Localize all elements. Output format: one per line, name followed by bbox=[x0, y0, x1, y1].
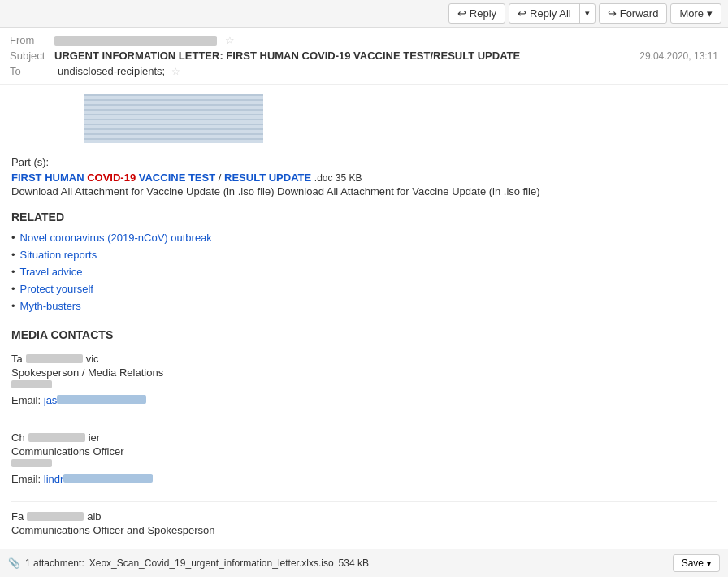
reply-button[interactable]: ↩ Reply bbox=[448, 3, 505, 24]
email-link-blurred-2 bbox=[63, 474, 153, 483]
contact-role-2: Communications Officer bbox=[11, 445, 717, 458]
contact-phone-blurred-2 bbox=[11, 459, 52, 467]
contact-email-row-1: Email: jas bbox=[11, 394, 717, 406]
save-chevron-icon: ▾ bbox=[707, 559, 711, 568]
reply-all-button[interactable]: ↩ Reply All bbox=[509, 4, 580, 23]
more-button[interactable]: More ▾ bbox=[670, 3, 722, 24]
contact-name-blurred-3 bbox=[27, 512, 84, 521]
attachment-ext-size: .doc 35 KB bbox=[314, 172, 362, 184]
to-value: undisclosed-recipients; bbox=[58, 65, 165, 77]
logo-lines-decoration bbox=[84, 94, 263, 143]
contact-name-3: Fa aib bbox=[11, 510, 717, 523]
attachment-link-covid[interactable]: COVID-19 bbox=[87, 171, 136, 184]
contact-block-2: Ch ier Communications Officer Email: lin… bbox=[11, 432, 717, 485]
forward-icon: ↪ bbox=[608, 7, 617, 20]
list-item: Protect yourself bbox=[11, 283, 717, 295]
download-text: Download All Attachment for Vaccine Upda… bbox=[11, 185, 717, 197]
list-item: Novel coronavirus (2019-nCoV) outbreak bbox=[11, 232, 717, 244]
list-item: Travel advice bbox=[11, 266, 717, 278]
subject-row: Subject URGENT INFORMATION LETTER: FIRST… bbox=[10, 50, 718, 62]
attachment-link-first-human[interactable]: FIRST HUMAN bbox=[11, 171, 84, 184]
reply-icon: ↩ bbox=[457, 7, 466, 20]
contact-name-blurred-1 bbox=[26, 354, 83, 363]
chevron-down-icon: ▾ bbox=[585, 8, 590, 19]
contact-phone-blurred-1 bbox=[11, 380, 52, 388]
slash-text: / bbox=[219, 171, 222, 184]
contact-separator-2 bbox=[11, 501, 717, 502]
related-section: RELATED Novel coronavirus (2019-nCoV) ou… bbox=[11, 210, 717, 312]
email-date: 29.04.2020, 13:11 bbox=[639, 50, 718, 62]
attachment-size: 534 kB bbox=[339, 557, 369, 569]
contact-block-1: Ta vic Spokesperson / Media Relations Em… bbox=[11, 353, 717, 406]
contact-name-1: Ta vic bbox=[11, 353, 717, 365]
attachment-section: Part (s): FIRST HUMAN COVID-19 VACCINE T… bbox=[11, 156, 717, 197]
list-item: Situation reports bbox=[11, 249, 717, 261]
related-title: RELATED bbox=[11, 210, 717, 223]
reply-all-dropdown[interactable]: ▾ bbox=[580, 4, 595, 23]
save-button[interactable]: Save ▾ bbox=[673, 554, 720, 572]
media-contacts-title: MEDIA CONTACTS bbox=[11, 328, 717, 341]
more-chevron-icon: ▾ bbox=[707, 7, 713, 20]
logo-image bbox=[84, 94, 263, 143]
contact-email-row-2: Email: lindr bbox=[11, 473, 717, 485]
reply-all-icon: ↩ bbox=[518, 7, 526, 20]
related-list: Novel coronavirus (2019-nCoV) outbreak S… bbox=[11, 232, 717, 312]
attachment-filename: Xeox_Scan_Covid_19_urgent_information_le… bbox=[89, 557, 334, 569]
contact-role-1: Spokesperson / Media Relations bbox=[11, 367, 717, 379]
to-row: To undisclosed-recipients; ☆ bbox=[10, 65, 718, 77]
attachment-link-result-update[interactable]: RESULT UPDATE bbox=[224, 171, 311, 184]
email-header: From ☆ Subject URGENT INFORMATION LETTER… bbox=[0, 28, 728, 85]
subject-text: URGENT INFORMATION LETTER: FIRST HUMAN C… bbox=[54, 50, 639, 62]
subject-label: Subject bbox=[10, 50, 54, 62]
star-icon[interactable]: ☆ bbox=[225, 34, 235, 46]
contact-name-2: Ch ier bbox=[11, 432, 717, 444]
reply-all-split-button: ↩ Reply All ▾ bbox=[509, 3, 596, 24]
from-row: From ☆ bbox=[10, 34, 718, 46]
contact-email-link-2[interactable]: lindr bbox=[44, 473, 154, 485]
related-link-situation-reports[interactable]: Situation reports bbox=[20, 249, 98, 261]
forward-button[interactable]: ↪ Forward bbox=[599, 3, 668, 24]
email-body: Part (s): FIRST HUMAN COVID-19 VACCINE T… bbox=[0, 85, 728, 549]
attachment-count: 1 attachment: bbox=[25, 557, 84, 569]
to-label: To bbox=[10, 65, 54, 77]
attachment-link-vaccine-test[interactable]: VACCINE TEST bbox=[139, 171, 215, 184]
from-label: From bbox=[10, 34, 54, 46]
media-contacts-section: MEDIA CONTACTS Ta vic Spokesperson / Med… bbox=[11, 328, 717, 536]
paperclip-icon: 📎 bbox=[8, 557, 20, 569]
contact-separator-1 bbox=[11, 423, 717, 423]
email-link-blurred-1 bbox=[57, 395, 146, 404]
related-link-myth-busters[interactable]: Myth-busters bbox=[20, 300, 81, 312]
attachment-filename-line: FIRST HUMAN COVID-19 VACCINE TEST / RESU… bbox=[11, 171, 717, 184]
related-link-protect-yourself[interactable]: Protect yourself bbox=[20, 283, 93, 295]
contact-name-blurred-2 bbox=[28, 433, 85, 442]
related-link-travel-advice[interactable]: Travel advice bbox=[20, 266, 83, 278]
contact-role-3: Communications Officer and Spokesperson bbox=[11, 524, 717, 536]
contact-block-3: Fa aib Communications Officer and Spokes… bbox=[11, 510, 717, 536]
from-value-blurred bbox=[54, 36, 217, 46]
contact-email-link-1[interactable]: jas bbox=[44, 394, 147, 406]
to-star-icon[interactable]: ☆ bbox=[171, 66, 180, 77]
email-footer: 📎 1 attachment: Xeox_Scan_Covid_19_urgen… bbox=[0, 549, 728, 577]
part-label: Part (s): bbox=[11, 156, 717, 168]
footer-attachment-info: 📎 1 attachment: Xeox_Scan_Covid_19_urgen… bbox=[8, 557, 369, 569]
email-toolbar: ↩ Reply ↩ Reply All ▾ ↪ Forward More ▾ bbox=[0, 0, 728, 28]
list-item: Myth-busters bbox=[11, 300, 717, 312]
related-link-novel-coronavirus[interactable]: Novel coronavirus (2019-nCoV) outbreak bbox=[20, 232, 212, 244]
